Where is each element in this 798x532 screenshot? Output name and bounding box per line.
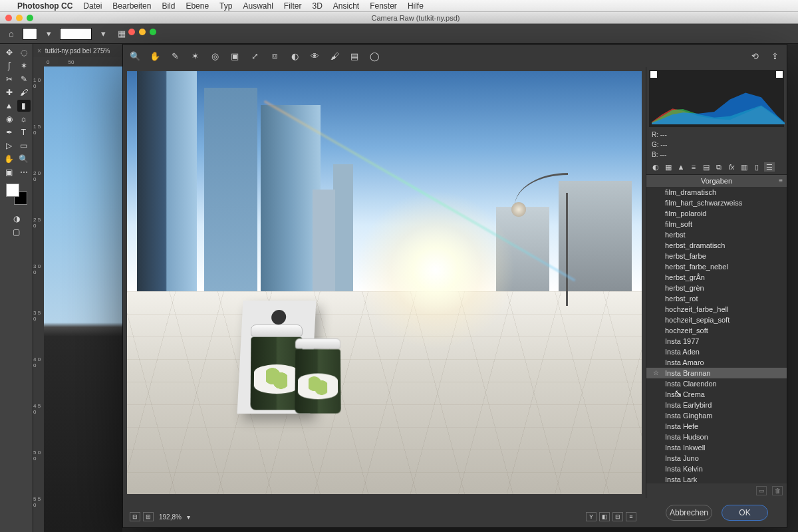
- new-preset-icon[interactable]: ▭: [756, 486, 767, 495]
- hsl-tab-icon[interactable]: ≡: [688, 162, 699, 172]
- crop-icon[interactable]: ▣: [228, 49, 241, 63]
- chevron-down-icon[interactable]: ▾: [41, 27, 56, 41]
- radial-filter-icon[interactable]: ◯: [368, 49, 381, 63]
- zoom-tool-icon[interactable]: 🔍: [128, 49, 142, 63]
- quickmask-icon[interactable]: ◑: [10, 213, 23, 225]
- white-balance-icon[interactable]: ✎: [168, 49, 182, 63]
- app-name[interactable]: Photoshop CC: [17, 1, 72, 11]
- layers-icon[interactable]: ▦: [114, 27, 129, 41]
- rotate-icon[interactable]: ⟲: [748, 49, 761, 63]
- dodge-tool-icon[interactable]: ☼: [17, 113, 31, 125]
- document-tab[interactable]: ×tutkit-ny.psd bei 275%: [33, 44, 122, 57]
- preset-item[interactable]: hochzeit_soft: [646, 325, 787, 336]
- preset-item[interactable]: herbst_farbe: [646, 251, 787, 261]
- shape-tool-icon[interactable]: ▭: [17, 140, 31, 152]
- lasso-tool-icon[interactable]: ʃ: [3, 60, 16, 72]
- zoom-tool-icon[interactable]: 🔍: [17, 153, 31, 165]
- presets-list[interactable]: film_dramatischfilm_hart_schwarzweissfil…: [646, 187, 787, 483]
- menu-type[interactable]: Typ: [219, 1, 232, 11]
- menu-select[interactable]: Auswahl: [243, 1, 273, 11]
- brush-tool-icon[interactable]: 🖌: [17, 86, 31, 98]
- preset-item[interactable]: Insta Hefe: [646, 421, 787, 432]
- split-tab-icon[interactable]: ▤: [701, 162, 712, 172]
- detail-tab-icon[interactable]: ▲: [676, 162, 686, 172]
- shadow-clip-icon[interactable]: [650, 71, 657, 78]
- grad-filter-icon[interactable]: ▤: [348, 49, 361, 63]
- delete-preset-icon[interactable]: 🗑: [772, 486, 783, 495]
- basic-tab-icon[interactable]: ◐: [650, 162, 661, 172]
- menu-edit[interactable]: Bearbeiten: [112, 1, 151, 11]
- hand-tool-icon[interactable]: ✋: [148, 49, 162, 63]
- preset-item[interactable]: Insta Clarendon: [646, 378, 787, 389]
- highlight-clip-icon[interactable]: [776, 71, 783, 78]
- type-tool-icon[interactable]: T: [17, 126, 31, 138]
- maximize-icon[interactable]: [150, 29, 156, 35]
- preset-item[interactable]: herbst_dramatisch: [646, 240, 787, 251]
- fx-tab-icon[interactable]: fx: [726, 162, 737, 172]
- ok-button[interactable]: OK: [722, 505, 768, 521]
- preset-item[interactable]: Insta Hudson: [646, 432, 787, 442]
- crop-tool-icon[interactable]: ✂: [3, 73, 16, 85]
- preset-item[interactable]: film_dramatisch: [646, 187, 787, 198]
- more-tools-icon[interactable]: ⋯: [17, 166, 31, 178]
- cancel-button[interactable]: Abbrechen: [666, 505, 712, 521]
- preset-item[interactable]: Insta Inkwell: [646, 442, 787, 453]
- preset-item[interactable]: herbst_grÅn: [646, 272, 787, 283]
- preset-item[interactable]: hochzeit_farbe_hell: [646, 304, 787, 315]
- color-sampler-icon[interactable]: ✶: [188, 49, 201, 63]
- preset-item[interactable]: Insta Lark: [646, 474, 787, 483]
- preset-item[interactable]: Insta Gingham: [646, 410, 787, 421]
- spot-removal-icon[interactable]: ◐: [288, 49, 301, 63]
- close-icon[interactable]: [128, 29, 135, 35]
- camera-raw-preview[interactable]: [127, 71, 642, 494]
- gradient-tool-icon[interactable]: ▮: [17, 100, 31, 112]
- hand-tool-icon[interactable]: ✋: [3, 153, 16, 165]
- menu-view[interactable]: Ansicht: [333, 1, 359, 11]
- preset-item[interactable]: Insta Kelvin: [646, 464, 787, 474]
- menu-filter[interactable]: Filter: [284, 1, 302, 11]
- transform-icon[interactable]: ⧈: [268, 49, 281, 63]
- minimize-icon[interactable]: [16, 15, 23, 21]
- options-field[interactable]: [60, 28, 92, 40]
- heal-tool-icon[interactable]: ✚: [3, 86, 16, 98]
- panel-menu-icon[interactable]: ≡: [779, 177, 783, 184]
- preset-item[interactable]: Insta Amaro: [646, 357, 787, 368]
- preset-item[interactable]: herbst_rot: [646, 293, 787, 304]
- maximize-icon[interactable]: [27, 15, 33, 21]
- preset-item[interactable]: hochzeit_sepia_soft: [646, 315, 787, 325]
- menu-file[interactable]: Datei: [83, 1, 102, 11]
- preset-item[interactable]: film_polaroid: [646, 208, 787, 219]
- presets-tab-icon[interactable]: ☰: [764, 162, 775, 172]
- preset-item[interactable]: film_hart_schwarzweiss: [646, 198, 787, 208]
- eyedropper-tool-icon[interactable]: ✎: [17, 73, 31, 85]
- swatch-foreground[interactable]: [23, 27, 37, 41]
- menu-layer[interactable]: Ebene: [186, 1, 209, 11]
- minimize-icon[interactable]: [139, 29, 146, 35]
- presets2-tab-icon[interactable]: ▯: [751, 162, 762, 172]
- targeted-adjust-icon[interactable]: ◎: [208, 49, 221, 63]
- home-icon[interactable]: ⌂: [4, 27, 19, 41]
- lens-tab-icon[interactable]: ⧉: [714, 162, 724, 172]
- preset-item[interactable]: herbst_grèn: [646, 283, 787, 293]
- straighten-icon[interactable]: ⤢: [248, 49, 261, 63]
- preset-item[interactable]: Insta Crema⤡: [646, 389, 787, 400]
- blur-tool-icon[interactable]: ◉: [3, 113, 16, 125]
- move-tool-icon[interactable]: ✥: [3, 47, 16, 59]
- preset-item[interactable]: film_soft: [646, 219, 787, 229]
- pen-tool-icon[interactable]: ✒: [3, 126, 16, 138]
- menu-3d[interactable]: 3D: [312, 1, 322, 11]
- export-icon[interactable]: ⇪: [768, 49, 781, 63]
- menu-image[interactable]: Bild: [162, 1, 175, 11]
- preset-item[interactable]: herbst_farbe_nebel: [646, 261, 787, 272]
- screenmode-icon[interactable]: ▢: [10, 226, 23, 238]
- wand-tool-icon[interactable]: ✶: [17, 60, 31, 72]
- menu-window[interactable]: Fenster: [370, 1, 397, 11]
- preset-item[interactable]: Insta Aden: [646, 346, 787, 357]
- preset-item[interactable]: Insta 1977: [646, 336, 787, 346]
- calib-tab-icon[interactable]: ▥: [739, 162, 749, 172]
- foreground-background-swatch[interactable]: [6, 184, 27, 205]
- preset-item[interactable]: Insta Juno: [646, 453, 787, 464]
- stamp-tool-icon[interactable]: ▲: [3, 100, 16, 112]
- close-tab-icon[interactable]: ×: [37, 47, 41, 55]
- chevron-down-icon[interactable]: ▾: [96, 27, 110, 41]
